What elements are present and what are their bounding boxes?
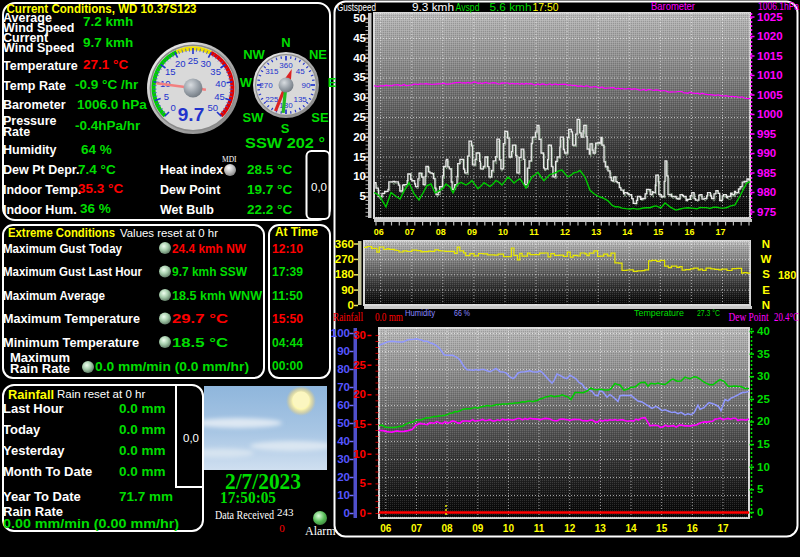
svg-text:20: 20 xyxy=(353,131,366,143)
svg-text:1015: 1015 xyxy=(757,50,783,62)
svg-text:18.5 °C: 18.5 °C xyxy=(172,335,229,350)
svg-text:10: 10 xyxy=(757,461,770,473)
svg-text:1010: 1010 xyxy=(757,69,783,81)
svg-text:S: S xyxy=(762,268,770,280)
svg-text:35: 35 xyxy=(210,66,221,77)
svg-text:0: 0 xyxy=(344,507,350,519)
svg-text:80: 80 xyxy=(337,363,350,375)
svg-text:Today: Today xyxy=(3,422,41,437)
svg-text:30: 30 xyxy=(353,329,366,341)
svg-text:Rain Rate: Rain Rate xyxy=(10,361,70,376)
svg-text:Month To Date: Month To Date xyxy=(3,464,92,479)
svg-text:Dew Pt Depr.: Dew Pt Depr. xyxy=(3,163,79,177)
svg-text:11:50: 11:50 xyxy=(272,288,303,303)
svg-text:Humidity: Humidity xyxy=(3,143,57,157)
svg-text:Maximum Temperature: Maximum Temperature xyxy=(3,311,140,326)
svg-text:Maximum Gust Last Hour: Maximum Gust Last Hour xyxy=(3,264,142,279)
svg-text:E: E xyxy=(762,284,770,296)
svg-text:9.7: 9.7 xyxy=(178,104,204,125)
svg-text:25: 25 xyxy=(353,111,366,123)
svg-text:Rain reset at 0 hr: Rain reset at 0 hr xyxy=(57,388,145,400)
svg-text:10: 10 xyxy=(353,448,366,460)
svg-text:Gustspeed: Gustspeed xyxy=(337,1,376,13)
svg-text:Rainfall: Rainfall xyxy=(333,310,364,324)
svg-text:40: 40 xyxy=(353,52,366,64)
svg-text:45: 45 xyxy=(296,67,305,76)
svg-text:SE: SE xyxy=(311,110,329,125)
svg-text:5: 5 xyxy=(164,91,169,102)
svg-text:70: 70 xyxy=(337,381,350,393)
svg-text:12: 12 xyxy=(560,227,570,237)
svg-text:180: 180 xyxy=(778,269,796,281)
svg-text:315: 315 xyxy=(265,67,279,76)
svg-text:17:50:05: 17:50:05 xyxy=(220,488,276,507)
svg-text:15:50: 15:50 xyxy=(272,311,303,326)
svg-text:25: 25 xyxy=(757,393,770,405)
svg-text:0.00 mm/min (0.00 mm/hr): 0.00 mm/min (0.00 mm/hr) xyxy=(3,516,179,531)
svg-text:Year To Date: Year To Date xyxy=(3,489,81,504)
svg-text:1020: 1020 xyxy=(757,30,783,42)
svg-text:5: 5 xyxy=(360,477,367,489)
svg-text:04:44: 04:44 xyxy=(272,335,304,350)
svg-text:E: E xyxy=(328,75,337,90)
svg-text:09: 09 xyxy=(467,227,477,237)
svg-text:Avspd: Avspd xyxy=(456,1,480,13)
svg-text:-0.9 °C /hr: -0.9 °C /hr xyxy=(75,77,139,92)
svg-text:12:10: 12:10 xyxy=(272,241,303,256)
svg-text:Rate: Rate xyxy=(3,125,30,139)
svg-text:180: 180 xyxy=(335,268,354,280)
svg-text:Indoor Hum.: Indoor Hum. xyxy=(3,203,77,217)
svg-text:Minimum Temperature: Minimum Temperature xyxy=(3,335,139,350)
svg-text:135: 135 xyxy=(293,95,307,104)
svg-text:Barometer: Barometer xyxy=(651,0,695,12)
svg-text:Indoor Temp.: Indoor Temp. xyxy=(3,183,81,197)
svg-text:28.5 °C: 28.5 °C xyxy=(247,162,292,177)
svg-text:25: 25 xyxy=(353,359,366,371)
svg-text:Last Hour: Last Hour xyxy=(3,401,64,416)
svg-text:14: 14 xyxy=(625,523,637,534)
svg-text:27.1 °C: 27.1 °C xyxy=(83,57,128,72)
svg-text:13: 13 xyxy=(595,523,607,534)
svg-text:45: 45 xyxy=(214,91,225,102)
svg-text:0,0: 0,0 xyxy=(311,181,327,193)
svg-text:0.0 mm: 0.0 mm xyxy=(119,464,166,479)
svg-text:10: 10 xyxy=(498,227,508,237)
svg-text:980: 980 xyxy=(757,186,776,198)
svg-text:17: 17 xyxy=(715,227,725,237)
svg-text:Heat index: Heat index xyxy=(160,163,223,177)
svg-text:90: 90 xyxy=(341,284,354,296)
svg-text:15: 15 xyxy=(653,227,663,237)
svg-text:0.0 mm: 0.0 mm xyxy=(119,422,166,437)
svg-text:15: 15 xyxy=(757,438,770,450)
svg-text:Dew Point: Dew Point xyxy=(160,183,221,197)
svg-text:0.0 mm: 0.0 mm xyxy=(375,310,404,324)
svg-text:Extreme Conditions: Extreme Conditions xyxy=(8,225,115,240)
svg-text:Temperature: Temperature xyxy=(3,59,78,73)
svg-text:1025: 1025 xyxy=(757,11,783,23)
svg-text:1005: 1005 xyxy=(757,89,783,101)
svg-text:35.3 °C: 35.3 °C xyxy=(78,181,123,196)
svg-text:Temperature: Temperature xyxy=(634,307,684,318)
svg-text:06: 06 xyxy=(374,227,384,237)
svg-text:40: 40 xyxy=(215,78,226,89)
svg-text:06: 06 xyxy=(380,523,392,534)
svg-text:Values reset at 0 hr: Values reset at 0 hr xyxy=(120,227,218,239)
svg-text:08: 08 xyxy=(436,227,446,237)
svg-text:09: 09 xyxy=(472,523,484,534)
svg-text:27.3 °C: 27.3 °C xyxy=(697,307,720,318)
svg-text:17: 17 xyxy=(717,523,729,534)
svg-text:0: 0 xyxy=(757,506,763,518)
svg-text:20.4°C: 20.4°C xyxy=(774,310,799,324)
svg-text:Humidity: Humidity xyxy=(405,307,435,318)
svg-text:9.7 kmh SSW: 9.7 kmh SSW xyxy=(172,264,248,279)
svg-text:360: 360 xyxy=(335,238,354,250)
svg-text:225: 225 xyxy=(265,95,279,104)
svg-text:995: 995 xyxy=(757,128,777,140)
svg-text:985: 985 xyxy=(757,167,777,179)
svg-text:10: 10 xyxy=(503,523,515,534)
svg-text:15: 15 xyxy=(656,523,668,534)
svg-text:5: 5 xyxy=(757,483,764,495)
svg-text:40: 40 xyxy=(337,435,350,447)
svg-text:Yesterday: Yesterday xyxy=(3,443,65,458)
svg-text:Data Received: Data Received xyxy=(215,508,274,522)
